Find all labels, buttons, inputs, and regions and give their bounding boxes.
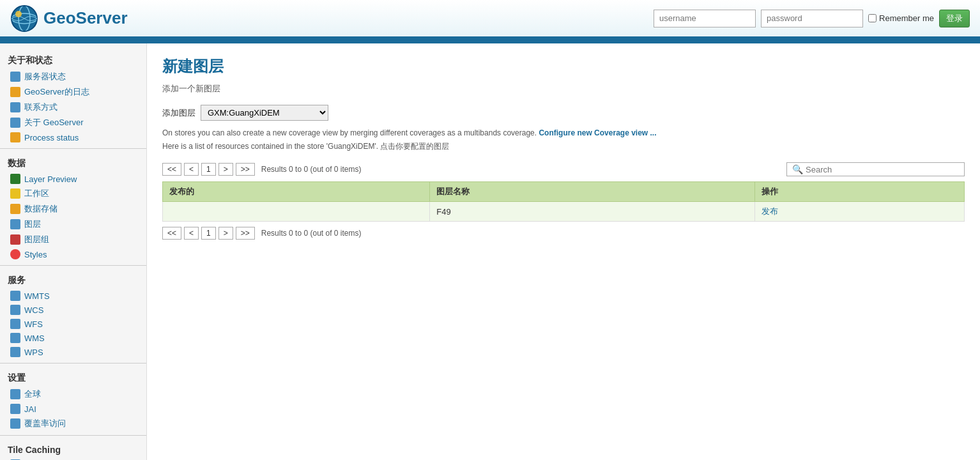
header-right: Remember me 登录 [654,10,970,27]
table-header-row: 发布的 图层名称 操作 [163,182,965,202]
table-row: F49 发布 [163,202,965,222]
sidebar-label: Layer Preview [24,174,77,184]
login-button[interactable]: 登录 [939,10,970,27]
page-next-bottom[interactable]: > [218,227,233,240]
password-input[interactable] [761,10,863,27]
publish-link[interactable]: 发布 [762,206,778,216]
page-info-bottom: Results 0 to 0 (out of 0 items) [261,229,362,238]
server-icon [10,72,20,82]
datastore-icon [10,204,20,214]
logo-globe-icon [10,4,38,33]
sidebar-item-wcs[interactable]: WCS [0,303,146,317]
divider-4 [0,435,146,436]
page-first-bottom[interactable]: << [162,227,181,240]
layerpreview-icon [10,174,20,184]
col-action: 操作 [755,182,965,202]
wfs-icon [10,319,20,329]
workspace-icon [10,188,20,199]
layout: 关于和状态 服务器状态 GeoServer的日志 联系方式 关于 GeoServ… [0,43,980,460]
sidebar-label: 覆盖率访问 [24,418,66,429]
page-last-bottom[interactable]: >> [236,227,255,240]
sidebar-label: 图层 [24,218,41,230]
col-name: 图层名称 [430,182,755,202]
sidebar-label: WFS [24,319,43,329]
pagination-top: << < 1 > >> Results 0 to 0 (out of 0 ite… [162,162,965,176]
sidebar-item-about[interactable]: 关于 GeoServer [0,115,146,130]
sidebar-item-log[interactable]: GeoServer的日志 [0,84,146,100]
sidebar-label: 图层组 [24,234,49,245]
sidebar-label: Process status [24,133,79,142]
section-about: 关于和状态 [0,50,146,69]
page-current-top: 1 [201,163,216,176]
section-tilecaching: Tile Caching [0,440,146,457]
sidebar-item-workspace[interactable]: 工作区 [0,186,146,201]
wms-icon [10,333,20,343]
page-prev-bottom[interactable]: < [184,227,199,240]
page-title: 新建图层 [162,56,965,77]
sidebar-label: Styles [24,250,47,259]
sidebar-label: WMS [24,334,45,343]
pagination-bottom: << < 1 > >> Results 0 to 0 (out of 0 ite… [162,227,965,240]
sidebar-label: WCS [24,305,43,315]
page-last-top[interactable]: >> [236,163,255,176]
remember-label: Remember me [868,13,934,23]
layergroup-icon [10,234,20,245]
add-layer-row: 添加图层 GXM:GuangXiDEM [162,105,965,121]
sidebar-label: 数据存储 [24,203,57,215]
sidebar-item-jai[interactable]: JAI [0,402,146,416]
page-current-bottom: 1 [201,227,216,240]
sidebar-item-layers[interactable]: 图层 [0,217,146,232]
layer-table-body: F49 发布 [163,202,965,222]
sidebar-item-datastore[interactable]: 数据存储 [0,201,146,217]
search-input[interactable] [806,165,959,174]
coverage-icon [10,418,20,429]
sidebar-item-server-status[interactable]: 服务器状态 [0,69,146,84]
col-published: 发布的 [163,182,430,202]
section-services: 服务 [0,270,146,289]
sidebar-item-wfs[interactable]: WFS [0,317,146,331]
sidebar-label: 全球 [24,388,41,400]
jai-icon [10,404,20,414]
sidebar-label: 关于 GeoServer [24,117,83,128]
wps-icon [10,347,20,357]
main-content: 新建图层 添加一个新图层 添加图层 GXM:GuangXiDEM On stor… [147,43,980,460]
sidebar-item-coverage-access[interactable]: 覆盖率访问 [0,416,146,431]
store-select[interactable]: GXM:GuangXiDEM [201,105,328,121]
layers-icon [10,219,20,229]
config-coverage-link[interactable]: Configure new Coverage view ... [539,128,656,137]
cell-name: F49 [430,202,755,222]
remember-checkbox[interactable] [868,14,877,22]
sidebar-label: GeoServer的日志 [24,86,89,98]
sidebar-item-layergroup[interactable]: 图层组 [0,232,146,247]
sidebar-item-layer-preview[interactable]: Layer Preview [0,172,146,186]
sidebar-item-wps[interactable]: WPS [0,345,146,359]
page-first-top[interactable]: << [162,163,181,176]
sidebar-item-wmts[interactable]: WMTS [0,289,146,303]
sidebar-item-tile-layers[interactable]: Tile Layers [0,457,146,460]
svg-point-4 [15,11,22,17]
sidebar-item-process-status[interactable]: Process status [0,130,146,144]
header: GeoServer Remember me 登录 [0,0,980,38]
divider-2 [0,265,146,266]
contact-icon [10,102,20,112]
search-box: 🔍 [786,162,965,176]
about-icon [10,118,20,128]
sidebar: 关于和状态 服务器状态 GeoServer的日志 联系方式 关于 GeoServ… [0,43,147,460]
sidebar-item-contact[interactable]: 联系方式 [0,100,146,115]
page-next-top[interactable]: > [218,163,233,176]
sidebar-item-styles[interactable]: Styles [0,247,146,261]
sidebar-label: 服务器状态 [24,71,66,82]
page-prev-top[interactable]: < [184,163,199,176]
add-layer-label: 添加图层 [162,107,195,119]
page-subtitle: 添加一个新图层 [162,83,965,95]
cell-action: 发布 [755,202,965,222]
section-settings: 设置 [0,367,146,387]
info-text: On stores you can also create a new cove… [162,127,965,139]
sidebar-item-wms[interactable]: WMS [0,331,146,345]
search-icon: 🔍 [792,164,803,174]
username-input[interactable] [654,10,756,27]
log-icon [10,87,20,97]
sidebar-item-global[interactable]: 全球 [0,387,146,402]
store-info: Here is a list of resources contained in… [162,141,965,152]
sidebar-label: WMTS [24,291,50,301]
